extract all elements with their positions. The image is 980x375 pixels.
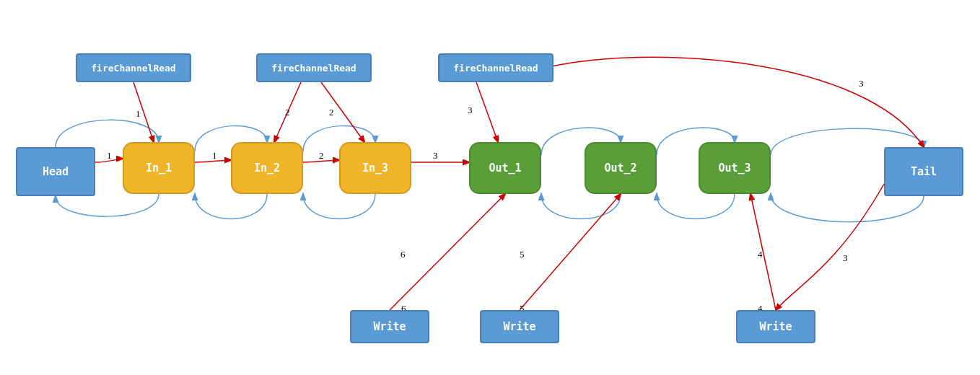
node-out1-label: Out_1	[489, 162, 521, 175]
node-head-label: Head	[43, 165, 69, 178]
node-write3: Write	[736, 310, 815, 343]
node-in3: In_3	[339, 142, 411, 194]
node-write3-label: Write	[759, 320, 792, 333]
node-in1: In_1	[123, 142, 195, 194]
node-fcr1: fireChannelRead	[76, 53, 191, 82]
node-tail: Tail	[884, 147, 963, 196]
node-in3-label: In_3	[362, 162, 388, 175]
node-write1-label: Write	[373, 320, 406, 333]
node-in2: In_2	[231, 142, 303, 194]
label-in1-in2: 1	[212, 150, 217, 162]
node-in1-label: In_1	[146, 162, 172, 175]
node-out2-label: Out_2	[604, 162, 636, 175]
node-fcr1-label: fireChannelRead	[91, 63, 175, 74]
label-fcr2-in3: 2	[329, 107, 334, 118]
label-fcr1-1: 1	[136, 108, 141, 120]
label-head-in1: 1	[107, 150, 112, 162]
label-fcr3-out1: 3	[468, 105, 473, 116]
label-write3-4a: 4	[758, 249, 763, 260]
label-tail-3: 3	[843, 252, 848, 264]
label-fcr3-tail: 3	[859, 78, 864, 89]
node-out3-label: Out_3	[718, 162, 751, 175]
node-out2: Out_2	[585, 142, 657, 194]
node-fcr2: fireChannelRead	[256, 53, 372, 82]
label-fcr2-in2: 2	[285, 107, 290, 118]
label-write2-5a: 5	[520, 249, 525, 260]
node-tail-label: Tail	[911, 165, 937, 178]
node-fcr3-label: fireChannelRead	[453, 63, 538, 74]
node-write2-label: Write	[503, 320, 535, 333]
diagram: 1 1 2 1 2 2 3 3 3 6 6 5 5 4 4 3 Head In_…	[0, 0, 980, 375]
node-fcr3: fireChannelRead	[438, 53, 554, 82]
label-in2-in3: 2	[319, 150, 324, 162]
node-out1: Out_1	[469, 142, 541, 194]
node-write1: Write	[350, 310, 429, 343]
node-head: Head	[16, 147, 95, 196]
node-out3: Out_3	[699, 142, 771, 194]
label-write1-6a: 6	[401, 249, 406, 260]
label-in3-out1: 3	[433, 150, 438, 162]
node-write2: Write	[480, 310, 559, 343]
node-fcr2-label: fireChannelRead	[271, 63, 356, 74]
node-in2-label: In_2	[254, 162, 280, 175]
